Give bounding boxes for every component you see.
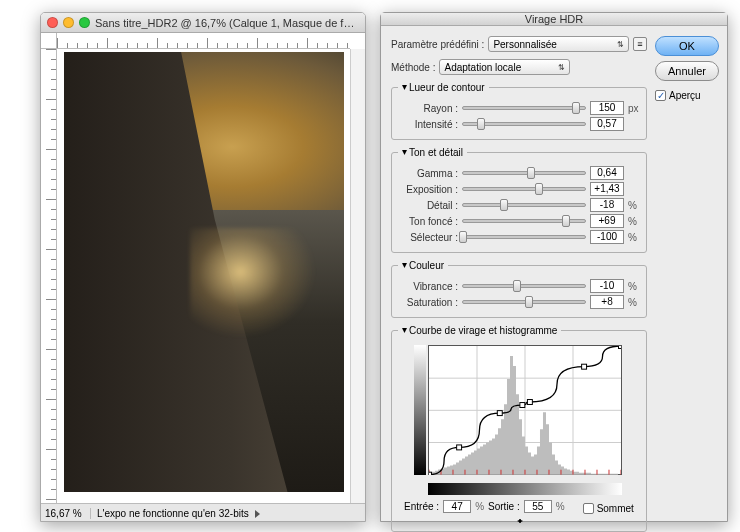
saturation-slider[interactable] [462,296,586,308]
radius-unit: px [628,103,640,114]
ruler-vertical[interactable] [41,49,57,503]
svg-rect-27 [527,400,532,405]
slider-row-vibrance: Vibrance :-10% [398,279,640,293]
cancel-button[interactable]: Annuler [655,61,719,81]
gamma-slider[interactable] [462,167,586,179]
svg-rect-28 [582,364,587,369]
svg-rect-24 [457,445,462,450]
slider-row-gamma: Gamma :0,64 [398,166,640,180]
slider-row-exposure: Exposition :+1,43 [398,182,640,196]
slider-row-strength: Intensité :0,57 [398,117,640,131]
document-window: Sans titre_HDR2 @ 16,7% (Calque 1, Masqu… [40,12,366,522]
strength-value[interactable]: 0,57 [590,117,624,131]
strength-slider[interactable] [462,118,586,130]
scrollbar-vertical[interactable] [350,49,365,503]
preset-value: Personnalisée [493,39,556,50]
method-select[interactable]: Adaptation locale ⇅ [439,59,570,75]
output-value[interactable]: 55 [524,500,552,513]
section-glow: ▾Lueur de contour Rayon :150pxIntensité … [391,82,647,140]
slider-row-shadow: Ton foncé :+69% [398,214,640,228]
vibrance-slider[interactable] [462,280,586,292]
chevron-updown-icon: ⇅ [558,63,565,72]
saturation-value[interactable]: +8 [590,295,624,309]
saturation-label: Saturation : [398,297,458,308]
strength-label: Intensité : [398,119,458,130]
zoom-level[interactable]: 16,67 % [45,508,91,519]
exposure-label: Exposition : [398,184,458,195]
svg-rect-29 [619,346,621,348]
detail-value[interactable]: -18 [590,198,624,212]
status-message: L'expo ne fonctionne qu'en 32-bits [97,508,249,519]
slider-row-saturation: Saturation :+8% [398,295,640,309]
section-color-legend: ▾Couleur [398,260,448,271]
document-body [41,33,365,503]
hdr-dialog: Virage HDR Paramètre prédéfini : Personn… [380,12,728,522]
highlight-value[interactable]: -100 [590,230,624,244]
close-icon[interactable] [47,17,58,28]
radius-label: Rayon : [398,103,458,114]
highlight-slider[interactable] [462,231,586,243]
ruler-horizontal[interactable] [57,33,350,49]
preset-menu-icon[interactable]: ≡ [633,37,647,51]
input-value[interactable]: 47 [443,500,471,513]
zoom-icon[interactable] [79,17,90,28]
section-tone-legend: ▾Ton et détail [398,147,467,158]
gamma-label: Gamma : [398,168,458,179]
shadow-value[interactable]: +69 [590,214,624,228]
window-title: Sans titre_HDR2 @ 16,7% (Calque 1, Masqu… [95,17,359,29]
output-label: Sortie : [488,501,520,512]
preset-label: Paramètre prédéfini : [391,39,484,50]
section-color: ▾Couleur Vibrance :-10%Saturation :+8% [391,260,647,318]
vertex-checkbox[interactable]: Sommet [583,503,634,514]
svg-rect-23 [429,472,431,474]
input-label: Entrée : [404,501,439,512]
detail-label: Détail : [398,200,458,211]
exposure-value[interactable]: +1,43 [590,182,624,196]
shadow-unit: % [628,216,640,227]
highlight-unit: % [628,232,640,243]
detail-unit: % [628,200,640,211]
chevron-updown-icon: ⇅ [617,40,624,49]
status-menu-icon[interactable] [255,510,260,518]
preset-row: Paramètre prédéfini : Personnalisée ⇅ ≡ [391,36,647,52]
ok-button[interactable]: OK [655,36,719,56]
slider-row-highlight: Sélecteur :-100% [398,230,640,244]
preset-select[interactable]: Personnalisée ⇅ [488,36,629,52]
section-glow-legend: ▾Lueur de contour [398,82,489,93]
shadow-slider[interactable] [462,215,586,227]
preview-label: Aperçu [669,90,701,101]
status-bar: 16,67 % L'expo ne fonctionne qu'en 32-bi… [41,503,365,522]
method-value: Adaptation locale [444,62,521,73]
output-gradient [414,345,426,475]
vibrance-label: Vibrance : [398,281,458,292]
radius-value[interactable]: 150 [590,101,624,115]
curve-readout: Entrée : 47 % Sortie : 55 % Sommet [398,499,640,514]
vibrance-unit: % [628,281,640,292]
dialog-title: Virage HDR [381,13,727,26]
shadow-label: Ton foncé : [398,216,458,227]
window-titlebar[interactable]: Sans titre_HDR2 @ 16,7% (Calque 1, Masqu… [41,13,365,33]
minimize-icon[interactable] [63,17,74,28]
saturation-unit: % [628,297,640,308]
dialog-buttons: OK Annuler ✓ Aperçu [655,36,719,532]
canvas[interactable] [58,50,349,503]
gamma-value[interactable]: 0,64 [590,166,624,180]
curve-arrows-icon[interactable]: ◂▸ [398,516,640,525]
image-preview [64,52,344,492]
highlight-label: Sélecteur : [398,232,458,243]
exposure-slider[interactable] [462,183,586,195]
vibrance-value[interactable]: -10 [590,279,624,293]
input-gradient [428,483,622,495]
curve-box[interactable] [428,345,622,475]
curve-area [414,345,624,495]
section-curve: ▾Courbe de virage et histogramme Entrée … [391,325,647,532]
slider-row-radius: Rayon :150px [398,101,640,115]
preview-checkbox[interactable]: ✓ Aperçu [655,90,719,101]
method-row: Méthode : Adaptation locale ⇅ [391,59,570,75]
method-label: Méthode : [391,62,435,73]
radius-slider[interactable] [462,102,586,114]
svg-rect-26 [520,403,525,408]
section-curve-legend: ▾Courbe de virage et histogramme [398,325,561,336]
ruler-corner [41,33,57,49]
detail-slider[interactable] [462,199,586,211]
